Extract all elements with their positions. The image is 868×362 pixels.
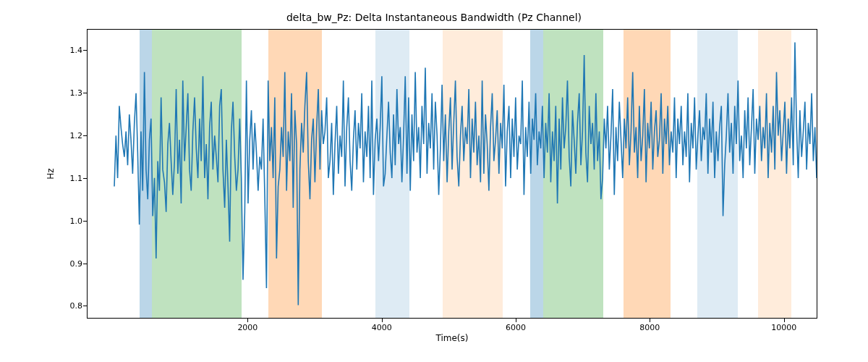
- axes: [87, 29, 817, 319]
- chart-title: delta_bw_Pz: Delta Instantaneous Bandwid…: [0, 12, 868, 23]
- y-tick-mark: [83, 221, 87, 222]
- x-tick-mark: [516, 319, 516, 322]
- y-tick-label: 0.8: [61, 301, 82, 311]
- line-series: [88, 30, 817, 318]
- y-tick-mark: [83, 264, 87, 264]
- x-tick-label: 10000: [771, 323, 796, 332]
- plot-area: [88, 30, 817, 318]
- y-tick-mark: [83, 135, 87, 136]
- y-tick-label: 0.9: [61, 258, 82, 268]
- figure: delta_bw_Pz: Delta Instantaneous Bandwid…: [0, 0, 868, 362]
- x-tick-mark: [382, 319, 383, 322]
- y-tick-mark: [83, 93, 87, 93]
- x-tick-mark: [784, 319, 785, 322]
- y-axis-label-text: Hz: [46, 168, 56, 179]
- y-tick-mark: [83, 178, 87, 179]
- y-tick-label: 1.1: [61, 173, 82, 182]
- y-axis-label: Hz: [43, 29, 58, 319]
- y-tick-label: 1.0: [61, 216, 82, 225]
- x-tick-label: 6000: [506, 323, 526, 332]
- y-tick-label: 1.2: [61, 131, 82, 140]
- y-tick-label: 1.3: [61, 88, 82, 98]
- x-tick-label: 2000: [237, 323, 258, 332]
- y-tick-mark: [83, 306, 87, 306]
- y-tick-label: 1.4: [61, 46, 82, 55]
- x-tick-mark: [650, 319, 650, 322]
- x-tick-label: 8000: [639, 323, 660, 332]
- series-line: [114, 43, 817, 306]
- x-tick-mark: [247, 319, 248, 322]
- x-tick-label: 4000: [372, 323, 392, 332]
- x-axis-label: Time(s): [87, 333, 817, 343]
- y-tick-mark: [83, 50, 87, 51]
